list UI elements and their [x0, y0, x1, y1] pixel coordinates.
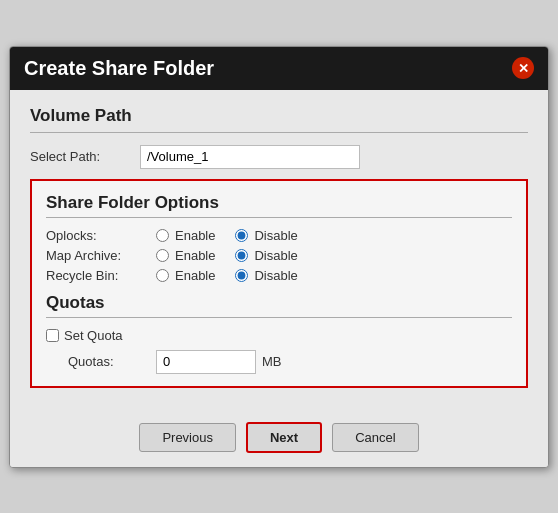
recycle-bin-enable-label: Enable	[175, 268, 215, 283]
recycle-bin-enable-radio[interactable]	[156, 269, 169, 282]
oplocks-disable-radio[interactable]	[235, 229, 248, 242]
quotas-label: Quotas:	[46, 354, 156, 369]
set-quota-label: Set Quota	[64, 328, 123, 343]
oplocks-disable-group: Disable	[235, 228, 297, 243]
volume-path-divider	[30, 132, 528, 133]
share-folder-options-box: Share Folder Options Oplocks: Enable Dis…	[30, 179, 528, 388]
map-archive-enable-group: Enable	[156, 248, 215, 263]
quota-value-row: Quotas: MB	[46, 350, 512, 374]
map-archive-disable-group: Disable	[235, 248, 297, 263]
select-path-row: Select Path:	[30, 145, 528, 169]
quota-input[interactable]	[156, 350, 256, 374]
select-path-label: Select Path:	[30, 149, 140, 164]
dialog-body: Volume Path Select Path: Share Folder Op…	[10, 90, 548, 412]
set-quota-row: Set Quota	[46, 328, 512, 343]
map-archive-disable-radio[interactable]	[235, 249, 248, 262]
share-folder-options-section: Share Folder Options Oplocks: Enable Dis…	[46, 193, 512, 283]
recycle-bin-disable-radio[interactable]	[235, 269, 248, 282]
dialog-header: Create Share Folder ✕	[10, 47, 548, 90]
quotas-section: Quotas Set Quota Quotas: MB	[46, 293, 512, 374]
oplocks-disable-label: Disable	[254, 228, 297, 243]
share-folder-options-title: Share Folder Options	[46, 193, 512, 213]
quotas-divider	[46, 317, 512, 318]
oplocks-enable-group: Enable	[156, 228, 215, 243]
volume-path-title: Volume Path	[30, 106, 528, 126]
map-archive-disable-label: Disable	[254, 248, 297, 263]
select-path-input[interactable]	[140, 145, 360, 169]
recycle-bin-enable-group: Enable	[156, 268, 215, 283]
close-button[interactable]: ✕	[512, 57, 534, 79]
oplocks-label: Oplocks:	[46, 228, 156, 243]
oplocks-enable-label: Enable	[175, 228, 215, 243]
dialog-footer: Previous Next Cancel	[10, 412, 548, 467]
volume-path-section: Volume Path Select Path:	[30, 106, 528, 169]
next-button[interactable]: Next	[246, 422, 322, 453]
create-share-folder-dialog: Create Share Folder ✕ Volume Path Select…	[9, 46, 549, 468]
previous-button[interactable]: Previous	[139, 423, 236, 452]
quota-unit: MB	[262, 354, 282, 369]
set-quota-checkbox[interactable]	[46, 329, 59, 342]
recycle-bin-disable-group: Disable	[235, 268, 297, 283]
oplocks-row: Oplocks: Enable Disable	[46, 228, 512, 243]
recycle-bin-row: Recycle Bin: Enable Disable	[46, 268, 512, 283]
recycle-bin-label: Recycle Bin:	[46, 268, 156, 283]
map-archive-label: Map Archive:	[46, 248, 156, 263]
recycle-bin-disable-label: Disable	[254, 268, 297, 283]
share-folder-options-divider	[46, 217, 512, 218]
map-archive-row: Map Archive: Enable Disable	[46, 248, 512, 263]
oplocks-enable-radio[interactable]	[156, 229, 169, 242]
cancel-button[interactable]: Cancel	[332, 423, 418, 452]
map-archive-enable-label: Enable	[175, 248, 215, 263]
map-archive-enable-radio[interactable]	[156, 249, 169, 262]
dialog-title: Create Share Folder	[24, 57, 214, 80]
quotas-title: Quotas	[46, 293, 512, 313]
